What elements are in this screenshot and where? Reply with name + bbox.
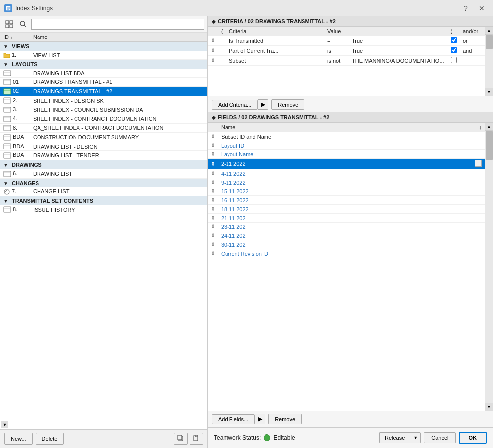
search-input[interactable] xyxy=(31,19,204,30)
close-button[interactable]: ✕ xyxy=(475,1,489,15)
drag-handle: ⇕ xyxy=(208,231,218,240)
fields-row[interactable]: ⇕ Layout Name xyxy=(208,150,485,159)
fields-row[interactable]: ⇕ Subset ID and Name xyxy=(208,132,485,141)
fields-table-area[interactable]: Name ↓ ⇕ Subset ID and Name ⇕ Layout ID … xyxy=(208,123,485,411)
release-button[interactable]: Release xyxy=(379,432,410,443)
checkbox-cell[interactable] xyxy=(448,36,460,46)
field-sort-icon xyxy=(472,150,485,159)
fields-row[interactable]: ⇕ 16-11 2022 xyxy=(208,196,485,205)
criteria-content: ( Criteria Value ) and/or ⇕ Is Tra xyxy=(208,27,493,96)
list-item[interactable]: 1.VIEW LIST xyxy=(0,51,207,60)
field-sort-icon xyxy=(472,187,485,196)
field-name: Layout Name xyxy=(218,150,472,159)
fields-row[interactable]: ⇕ 24-11 202 xyxy=(208,231,485,240)
fields-row[interactable]: ⇕ Current Revision ID xyxy=(208,249,485,258)
add-fields-button[interactable]: Add Fields... xyxy=(212,414,255,424)
help-button[interactable]: ? xyxy=(459,1,473,15)
group-header[interactable]: ▼ DRAWINGS xyxy=(0,160,207,170)
drag-handle: ⇕ xyxy=(208,214,218,223)
list-item[interactable]: 2.SHEET INDEX - DESIGN SK xyxy=(0,96,207,105)
scroll-down-arrow[interactable]: ▼ xyxy=(1,421,8,428)
field-name: Subset ID and Name xyxy=(218,132,472,141)
field-name: 16-11 2022 xyxy=(218,196,472,205)
list-item[interactable]: 3.SHEET INDEX - COUNCIL SUBMISSION DA xyxy=(0,105,207,114)
search-icon-button[interactable] xyxy=(17,18,29,30)
fields-title: FIELDS / 02 DRAWINGS TRANSMITTAL - #2 xyxy=(218,114,329,120)
drag-handle: ⇕ xyxy=(208,141,218,150)
fields-scroll-up[interactable]: ▲ xyxy=(485,123,493,131)
list-item[interactable]: 8.ISSUE HISTORY xyxy=(0,205,207,214)
list-item[interactable]: 7.CHANGE LIST xyxy=(0,187,207,196)
criteria-scroll-down[interactable]: ▼ xyxy=(485,88,493,96)
list-item[interactable]: BDADRAWING LIST - DESIGN xyxy=(0,142,207,151)
delete-button[interactable]: Delete xyxy=(36,433,64,445)
add-fields-group: Add Fields... ▶ xyxy=(212,414,265,424)
criteria-table: ( Criteria Value ) and/or ⇕ Is Tra xyxy=(208,27,485,66)
cancel-button[interactable]: Cancel xyxy=(424,432,455,443)
list-item[interactable]: 4.SHEET INDEX - CONTRANCT DOCUMENTATION xyxy=(0,114,207,124)
checkbox-cell[interactable] xyxy=(448,56,460,66)
new-button[interactable]: New... xyxy=(4,433,33,445)
fields-row[interactable]: ⇕ 4-11 2022 xyxy=(208,169,485,178)
paste-button[interactable] xyxy=(190,433,203,445)
list-item[interactable]: DRAWING LIST BDA xyxy=(0,69,207,77)
list-item[interactable]: BDACONSTRUCTION DOCUMENT SUMMARY xyxy=(0,133,207,142)
list-item[interactable]: 01DRAWINGS TRANSMITTAL - #1 xyxy=(0,77,207,87)
add-fields-arrow[interactable]: ▶ xyxy=(255,414,265,424)
criteria-expand-icon: ◆ xyxy=(212,19,216,24)
list-item[interactable]: 6.DRAWING LIST xyxy=(0,169,207,178)
drag-handle: ⇕ xyxy=(208,169,218,178)
fields-scroll-down[interactable]: ▼ xyxy=(485,403,493,411)
drag-handle: ⇕ xyxy=(208,56,218,66)
fields-header: ◆ FIELDS / 02 DRAWINGS TRANSMITTAL - #2 xyxy=(208,112,493,123)
field-name: 24-11 202 xyxy=(218,231,472,240)
fields-row[interactable]: ⇕ 23-11 202 xyxy=(208,223,485,231)
field-sort-icon xyxy=(472,159,485,169)
criteria-scroll-up[interactable]: ▲ xyxy=(485,27,493,35)
ok-button[interactable]: OK xyxy=(459,432,487,444)
group-header[interactable]: ▼ LAYOUTS xyxy=(0,60,207,69)
fields-row[interactable]: ⇕ Layout ID xyxy=(208,141,485,150)
criteria-row[interactable]: ⇕ Subset is not THE MANNING\A DOCUMENTAT… xyxy=(208,56,485,66)
grid-icon-button[interactable] xyxy=(3,18,15,30)
svg-point-8 xyxy=(20,21,25,26)
fields-row[interactable]: ⇕ 30-11 202 xyxy=(208,240,485,249)
checkbox-cell[interactable] xyxy=(448,46,460,56)
left-list[interactable]: ID ↑ Name ▼ VIEWS1.VIEW LIST▼ LAYOUTSDRA… xyxy=(0,33,207,420)
criteria-row[interactable]: ⇕ Is Transmitted = True or xyxy=(208,36,485,46)
list-item[interactable]: 8.QA_SHEET INDEX - CONTRACT DOCUMENTATIO… xyxy=(0,123,207,133)
fields-row[interactable]: ⇕ 18-11 2022 xyxy=(208,205,485,214)
criteria-scrollbar[interactable]: ▲ ▼ xyxy=(485,27,493,96)
svg-rect-18 xyxy=(4,107,11,112)
list-item[interactable]: BDADRAWING LIST - TENDER xyxy=(0,151,207,160)
status-label: Editable xyxy=(273,434,295,441)
title-bar: Index Settings ? ✕ xyxy=(0,0,493,16)
field-sort-icon xyxy=(472,132,485,141)
right-panel: ◆ CRITERIA / 02 DRAWINGS TRANSMITTAL - #… xyxy=(208,16,493,448)
group-header[interactable]: ▼ CHANGES xyxy=(0,178,207,187)
remove-criteria-button[interactable]: Remove xyxy=(271,99,304,110)
svg-rect-16 xyxy=(4,98,11,103)
add-criteria-arrow[interactable]: ▶ xyxy=(258,99,268,110)
col-name: Name xyxy=(30,33,207,42)
fields-scrollbar[interactable]: ▲ ▼ xyxy=(485,123,493,411)
fields-row[interactable]: ⇕ 21-11 202 xyxy=(208,214,485,223)
group-header[interactable]: ▼ VIEWS xyxy=(0,42,207,51)
add-criteria-group: Add Criteria... ▶ xyxy=(212,99,268,110)
fields-row[interactable]: ⇕ 15-11 2022 xyxy=(208,187,485,196)
drag-handle: ⇕ xyxy=(208,223,218,231)
add-criteria-button[interactable]: Add Criteria... xyxy=(212,100,258,110)
group-header[interactable]: ▼ TRANSMITTAL SET CONTENTS xyxy=(0,196,207,205)
copy-button[interactable] xyxy=(174,433,188,445)
left-toolbar xyxy=(0,16,207,33)
remove-fields-button[interactable]: Remove xyxy=(268,414,302,424)
release-dropdown-button[interactable]: ▼ xyxy=(410,432,421,443)
fields-table: Name ↓ ⇕ Subset ID and Name ⇕ Layout ID … xyxy=(208,123,485,258)
list-item[interactable]: 02DRAWINGS TRANSMITTAL - #2 xyxy=(0,87,207,96)
fields-row[interactable]: ⇕ 9-11 2022 xyxy=(208,178,485,187)
svg-rect-30 xyxy=(4,171,11,177)
svg-rect-33 xyxy=(4,207,11,212)
criteria-row[interactable]: ⇕ Part of Current Tra... is True and xyxy=(208,46,485,56)
fields-row[interactable]: ⇕ 2-11 2022 xyxy=(208,159,485,169)
field-sort-icon xyxy=(472,169,485,178)
